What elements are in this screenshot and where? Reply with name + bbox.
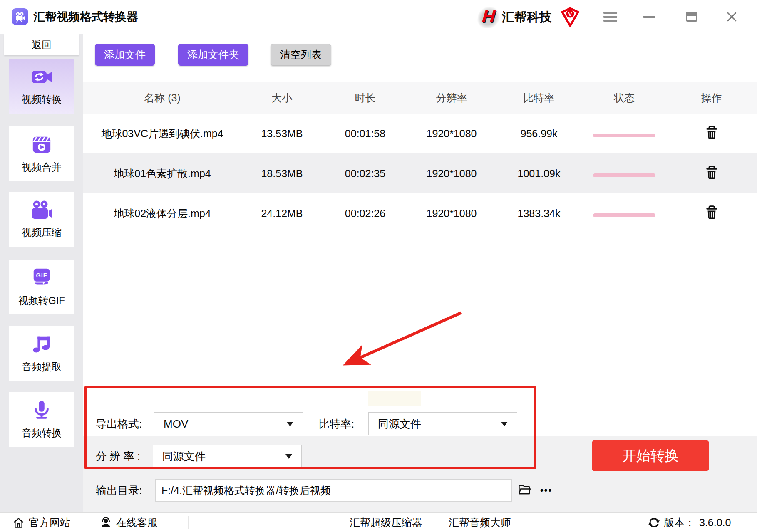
file-size: 18.53MB	[241, 168, 323, 180]
table-header: 名称 (3) 大小 时长 分辨率 比特率 状态 操作	[83, 82, 757, 114]
back-button[interactable]: 返回	[4, 34, 79, 55]
official-site-label: 官方网站	[29, 516, 70, 530]
file-duration: 00:02:35	[323, 168, 408, 180]
bitrate-value: 同源文件	[369, 417, 501, 431]
export-format-value: MOV	[154, 418, 287, 431]
trash-icon	[705, 205, 719, 220]
file-duration: 00:01:58	[323, 128, 408, 140]
audio-master-link[interactable]: 汇帮音频大师	[449, 513, 511, 532]
column-header-status: 状态	[583, 91, 666, 105]
sidebar-item-label: 视频转GIF	[18, 294, 65, 307]
file-size: 13.53MB	[241, 128, 323, 140]
close-icon	[726, 11, 737, 22]
trash-icon	[705, 126, 719, 141]
column-header-size: 大小	[241, 91, 323, 105]
sidebar-item-label: 视频合并	[22, 161, 62, 174]
table-row[interactable]: 地球01色素扩散.mp4 18.53MB 00:02:35 1920*1080 …	[83, 153, 757, 193]
export-format-label: 导出格式:	[96, 412, 142, 435]
table-row[interactable]: 地球02液体分层.mp4 24.12MB 00:02:26 1920*1080 …	[83, 193, 757, 233]
customer-service-icon	[100, 517, 112, 529]
titlebar: 汇帮视频格式转换器 H 汇帮科技 V	[0, 0, 757, 34]
app-title: 汇帮视频格式转换器	[33, 0, 138, 34]
clear-list-button[interactable]: 清空列表	[271, 44, 331, 66]
output-dir-input[interactable]	[155, 479, 512, 502]
sidebar-item-video-to-gif[interactable]: GIF 视频转GIF	[9, 260, 74, 314]
delete-button[interactable]	[703, 164, 720, 183]
bitrate-select[interactable]: 同源文件	[368, 412, 517, 435]
video-convert-icon	[30, 67, 53, 89]
progress-bar	[593, 213, 655, 217]
main-area: 添加文件 添加文件夹 清空列表 名称 (3) 大小 时长 分辨率 比特率 状态 …	[83, 34, 757, 512]
sidebar-item-label: 视频压缩	[22, 226, 62, 239]
online-service-label: 在线客服	[116, 516, 158, 530]
file-duration: 00:02:26	[323, 208, 408, 220]
chevron-down-icon	[287, 422, 293, 426]
audio-convert-icon	[30, 399, 53, 423]
browse-folder-button[interactable]	[518, 483, 531, 497]
add-folder-button[interactable]: 添加文件夹	[178, 44, 248, 66]
video-merge-icon	[30, 134, 53, 157]
version-label: 版本：	[664, 516, 695, 530]
export-format-select[interactable]: MOV	[154, 412, 303, 435]
file-resolution: 1920*1080	[408, 208, 495, 220]
folder-icon	[518, 483, 531, 496]
verified-badge-icon: V	[561, 7, 579, 29]
sidebar-item-video-compress[interactable]: 视频压缩	[9, 192, 74, 247]
more-options-button[interactable]: •••	[539, 479, 554, 502]
file-resolution: 1920*1080	[408, 128, 495, 140]
sidebar-item-video-convert[interactable]: 视频转换	[9, 59, 74, 114]
menu-button[interactable]	[601, 0, 619, 34]
audio-extract-icon	[30, 333, 53, 356]
sidebar-item-label: 视频转换	[22, 93, 62, 106]
sidebar-item-video-merge[interactable]: 视频合并	[9, 126, 74, 181]
table-row[interactable]: 地球03VC片遇到碘伏.mp4 13.53MB 00:01:58 1920*10…	[83, 114, 757, 153]
sidebar: 返回 视频转换 视频合并	[0, 34, 83, 512]
column-header-name: 名称 (3)	[83, 91, 241, 105]
version-info: 版本：3.6.0.0	[648, 513, 731, 532]
sidebar-item-label: 音频提取	[22, 360, 62, 374]
delete-button[interactable]	[703, 124, 720, 144]
file-name: 地球03VC片遇到碘伏.mp4	[83, 127, 241, 141]
refresh-icon[interactable]	[648, 517, 660, 528]
statusbar-divider	[188, 516, 189, 529]
official-site-link[interactable]: 官方网站	[12, 513, 70, 532]
file-name: 地球02液体分层.mp4	[83, 207, 241, 220]
maximize-button[interactable]	[683, 0, 701, 34]
resolution-label: 分 辨 率 :	[96, 445, 140, 468]
file-bitrate: 1383.34k	[495, 208, 583, 220]
minimize-button[interactable]	[640, 0, 658, 34]
online-service-link[interactable]: 在线客服	[100, 513, 158, 532]
bitrate-label: 比特率:	[319, 412, 354, 435]
resolution-value: 同源文件	[153, 449, 285, 464]
file-name: 地球01色素扩散.mp4	[83, 167, 241, 181]
add-file-button[interactable]: 添加文件	[95, 44, 155, 66]
delete-button[interactable]	[703, 204, 720, 223]
start-convert-button[interactable]: 开始转换	[592, 440, 709, 471]
sidebar-item-audio-convert[interactable]: 音频转换	[9, 392, 74, 447]
chevron-down-icon	[501, 422, 508, 426]
file-bitrate: 956.99k	[495, 128, 583, 140]
column-header-action: 操作	[666, 91, 757, 105]
file-size: 24.12MB	[241, 208, 323, 220]
video-compress-icon	[30, 200, 53, 222]
badge-letter: V	[568, 11, 572, 17]
progress-bar	[593, 173, 655, 177]
app-logo-icon	[12, 8, 28, 25]
gif-icon-text: GIF	[36, 272, 47, 279]
output-dir-label: 输出目录:	[96, 479, 142, 502]
file-resolution: 1920*1080	[408, 168, 495, 180]
trash-icon	[705, 166, 719, 181]
video-to-gif-icon: GIF	[30, 267, 53, 290]
file-bitrate: 1001.09k	[495, 168, 583, 180]
column-header-duration: 时长	[323, 91, 408, 105]
sidebar-item-audio-extract[interactable]: 音频提取	[9, 326, 74, 381]
brand-logo-icon: H	[477, 5, 501, 28]
chevron-down-icon	[285, 454, 292, 459]
column-header-resolution: 分辨率	[408, 91, 495, 105]
close-button[interactable]	[722, 0, 741, 34]
sidebar-item-label: 音频转换	[22, 426, 62, 440]
progress-bar	[593, 134, 655, 137]
home-icon	[12, 517, 25, 529]
resolution-select[interactable]: 同源文件	[153, 445, 302, 468]
super-compressor-link[interactable]: 汇帮超级压缩器	[350, 513, 422, 532]
